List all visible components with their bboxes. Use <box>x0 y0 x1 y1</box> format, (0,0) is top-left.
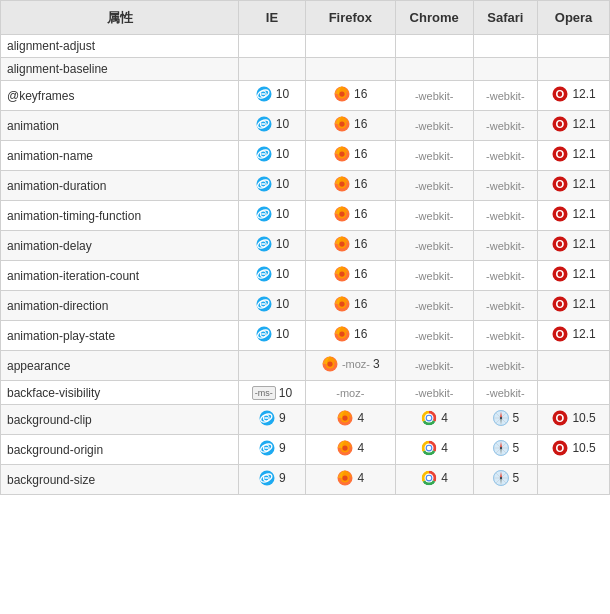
prop-cell: animation-delay <box>1 231 239 261</box>
svg-point-87 <box>339 331 344 336</box>
svg-text:O: O <box>556 238 565 250</box>
ff-cell: 16 <box>305 291 395 321</box>
chrome-cell: -webkit- <box>395 141 473 171</box>
col-header-chrome: Chrome <box>395 1 473 35</box>
chrome-cell: -webkit- <box>395 201 473 231</box>
table-row: animation-iteration-count 10 16 -webkit-… <box>1 261 610 291</box>
col-header-ie: IE <box>239 1 306 35</box>
table-row: alignment-baseline <box>1 58 610 81</box>
safari-cell: 5 <box>473 465 538 495</box>
svg-point-148 <box>343 475 348 480</box>
table-row: @keyframes 10 16 -webkit- -webkit- O 12.… <box>1 81 610 111</box>
svg-text:O: O <box>556 178 565 190</box>
opera-cell <box>538 351 610 381</box>
ff-cell: 16 <box>305 321 395 351</box>
table-row: appearance -moz- 3 -webkit- -webkit- <box>1 351 610 381</box>
table-row: animation-play-state 10 16 -webkit- -web… <box>1 321 610 351</box>
svg-text:O: O <box>556 148 565 160</box>
svg-point-37 <box>339 181 344 186</box>
svg-text:O: O <box>556 328 565 340</box>
svg-rect-44 <box>261 213 265 215</box>
opera-cell <box>538 465 610 495</box>
table-row: animation 10 16 -webkit- -webkit- O 12.1 <box>1 111 610 141</box>
ie-cell: 10 <box>239 111 306 141</box>
ff-cell: 4 <box>305 405 395 435</box>
opera-cell <box>538 381 610 405</box>
svg-point-162 <box>499 477 501 479</box>
opera-cell: O 12.1 <box>538 261 610 291</box>
opera-cell: O 12.1 <box>538 231 610 261</box>
chrome-cell: -webkit- <box>395 171 473 201</box>
table-row: animation-duration 10 16 -webkit- -webki… <box>1 171 610 201</box>
chrome-cell: -webkit- <box>395 261 473 291</box>
ff-cell: 4 <box>305 465 395 495</box>
ie-cell: 10 <box>239 141 306 171</box>
table-row: background-clip 9 4 4 <box>1 405 610 435</box>
svg-point-124 <box>343 445 348 450</box>
svg-point-47 <box>339 211 344 216</box>
prop-cell: animation-iteration-count <box>1 261 239 291</box>
safari-cell: -webkit- <box>473 321 538 351</box>
chrome-cell: 4 <box>395 405 473 435</box>
ie-cell: 10 <box>239 291 306 321</box>
safari-cell: -webkit- <box>473 351 538 381</box>
prop-cell: animation-play-state <box>1 321 239 351</box>
chrome-cell: 4 <box>395 435 473 465</box>
svg-rect-97 <box>264 417 268 419</box>
safari-cell: -webkit- <box>473 141 538 171</box>
prop-cell: appearance <box>1 351 239 381</box>
ie-cell: 10 <box>239 261 306 291</box>
ff-cell: 16 <box>305 261 395 291</box>
safari-cell: 5 <box>473 405 538 435</box>
table-row: backface-visibility -ms- 10 -moz- -webki… <box>1 381 610 405</box>
svg-text:O: O <box>556 88 565 100</box>
safari-cell: -webkit- <box>473 201 538 231</box>
svg-point-27 <box>339 151 344 156</box>
chrome-cell: -webkit- <box>395 231 473 261</box>
prop-cell: alignment-adjust <box>1 35 239 58</box>
ie-cell: 9 <box>239 465 306 495</box>
prop-cell: animation-name <box>1 141 239 171</box>
ie-cell: 10 <box>239 81 306 111</box>
opera-cell: O 10.5 <box>538 405 610 435</box>
ff-cell <box>305 35 395 58</box>
ie-cell: 10 <box>239 321 306 351</box>
prop-cell: background-clip <box>1 405 239 435</box>
svg-rect-84 <box>261 333 265 335</box>
safari-cell: -webkit- <box>473 111 538 141</box>
svg-text:O: O <box>556 442 565 454</box>
ff-cell: 4 <box>305 435 395 465</box>
ie-cell: 10 <box>239 171 306 201</box>
svg-rect-54 <box>261 243 265 245</box>
ff-cell: 16 <box>305 171 395 201</box>
svg-rect-24 <box>261 153 265 155</box>
ff-cell: 16 <box>305 231 395 261</box>
safari-cell <box>473 58 538 81</box>
svg-rect-4 <box>261 93 265 95</box>
ff-cell <box>305 58 395 81</box>
prop-cell: animation <box>1 111 239 141</box>
opera-cell: O 12.1 <box>538 81 610 111</box>
opera-cell: O 12.1 <box>538 291 610 321</box>
svg-rect-121 <box>264 447 268 449</box>
ff-cell: 16 <box>305 141 395 171</box>
prop-cell: @keyframes <box>1 81 239 111</box>
ff-cell: -moz- 3 <box>305 351 395 381</box>
opera-cell: O 12.1 <box>538 141 610 171</box>
table-row: background-origin 9 4 4 <box>1 435 610 465</box>
table-row: alignment-adjust <box>1 35 610 58</box>
svg-rect-145 <box>264 477 268 479</box>
safari-cell: -webkit- <box>473 291 538 321</box>
ff-cell: 16 <box>305 111 395 141</box>
opera-cell: O 12.1 <box>538 201 610 231</box>
svg-point-67 <box>339 271 344 276</box>
table-row: background-size 9 4 4 <box>1 465 610 495</box>
col-header-opera: Opera <box>538 1 610 35</box>
chrome-cell: 4 <box>395 465 473 495</box>
svg-text:O: O <box>556 298 565 310</box>
ie-cell <box>239 35 306 58</box>
opera-cell: O 10.5 <box>538 435 610 465</box>
col-header-safari: Safari <box>473 1 538 35</box>
svg-point-138 <box>499 447 501 449</box>
table-row: animation-direction 10 16 -webkit- -webk… <box>1 291 610 321</box>
